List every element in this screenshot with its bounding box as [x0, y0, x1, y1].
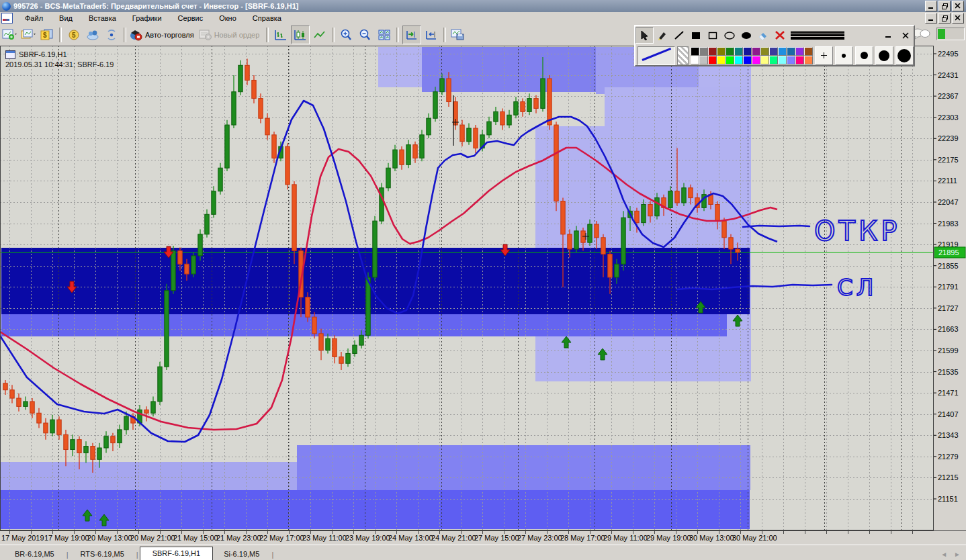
- tile-windows-button[interactable]: [376, 26, 393, 44]
- color-swatch-20[interactable]: [734, 56, 743, 64]
- delete-all-button[interactable]: [771, 28, 788, 43]
- bars-chart-button[interactable]: [272, 26, 290, 44]
- ellipse-tool-button[interactable]: [721, 28, 738, 43]
- chart-canvas[interactable]: ОТКРСЛ2249522431223672230322239221752211…: [0, 46, 966, 530]
- candle-body: [286, 146, 290, 185]
- menu-item-7[interactable]: Справка: [245, 13, 290, 24]
- marker-tool-button[interactable]: [654, 28, 670, 43]
- profiles-button[interactable]: [19, 26, 37, 44]
- close-button[interactable]: [952, 1, 964, 11]
- eraser-tool-button[interactable]: [754, 28, 771, 43]
- color-swatch-18[interactable]: [717, 56, 726, 64]
- chart-tab-rts-6-19-m5[interactable]: RTS-6.19,M5: [70, 548, 135, 560]
- pointer-tool-button[interactable]: [635, 27, 654, 44]
- transparent-color-swatch[interactable]: [677, 46, 688, 65]
- menu-item-5[interactable]: Сервис: [170, 13, 212, 24]
- candle-body: [212, 191, 216, 215]
- chart-tab-sbrf-6-19-h1[interactable]: SBRF-6.19,H1: [140, 547, 214, 560]
- market-watch-button[interactable]: $: [38, 26, 56, 44]
- candle-body: [500, 111, 504, 125]
- community-button[interactable]: [84, 26, 101, 44]
- templates-button[interactable]: [449, 26, 467, 44]
- line-width-selector[interactable]: [788, 30, 847, 42]
- line-chart-button[interactable]: [311, 26, 328, 44]
- menu-item-1[interactable]: Файл: [17, 13, 51, 24]
- candle-body: [554, 125, 558, 201]
- restore-button[interactable]: [938, 1, 951, 11]
- panel-minimize-button[interactable]: [880, 28, 897, 43]
- new-chart-button[interactable]: [1, 26, 18, 44]
- minimize-button[interactable]: [925, 1, 937, 11]
- svg-text:5: 5: [72, 32, 76, 39]
- autoscroll-button[interactable]: [402, 26, 421, 44]
- brush-size-1[interactable]: [815, 46, 833, 65]
- mql5-button[interactable]: 5: [65, 26, 83, 44]
- chart-area[interactable]: ОТКРСЛ2249522431223672230322239221752211…: [0, 46, 966, 530]
- candle-body: [205, 214, 209, 234]
- menu-item-2[interactable]: Вид: [51, 13, 81, 24]
- color-swatch-1[interactable]: [691, 47, 699, 56]
- candles-chart-button[interactable]: [291, 26, 310, 44]
- color-swatch-14[interactable]: [804, 47, 813, 56]
- color-swatch-9[interactable]: [760, 47, 769, 56]
- color-swatch-7[interactable]: [743, 47, 752, 56]
- brush-size-4[interactable]: [875, 46, 893, 65]
- autotrade-button[interactable]: Авто-торговля: [129, 29, 198, 41]
- brush-size-3[interactable]: [855, 46, 873, 65]
- color-swatch-2[interactable]: [699, 47, 708, 56]
- title-bar[interactable]: 995726 - BCS-MetaTrader5: Предварительны…: [0, 0, 966, 12]
- candle-body: [91, 447, 95, 460]
- brush-size-5[interactable]: [895, 46, 914, 65]
- color-swatch-19[interactable]: [726, 56, 734, 64]
- color-palette[interactable]: [691, 47, 813, 64]
- color-swatch-11[interactable]: [778, 47, 787, 56]
- color-swatch-16[interactable]: [699, 56, 708, 64]
- line-tool-button[interactable]: [670, 28, 687, 43]
- color-swatch-12[interactable]: [787, 47, 795, 56]
- new-order-button[interactable]: Новый ордер: [198, 29, 264, 41]
- paint-toolbar[interactable]: [634, 25, 915, 66]
- current-price-label: 21895: [938, 248, 959, 256]
- panel-close-button[interactable]: [897, 28, 914, 43]
- tab-scroll-right[interactable]: ►: [954, 551, 961, 558]
- color-swatch-26[interactable]: [787, 56, 795, 64]
- filled-ellipse-tool-button[interactable]: [738, 28, 754, 43]
- candle-body: [71, 440, 75, 450]
- color-swatch-23[interactable]: [760, 56, 769, 64]
- color-swatch-8[interactable]: [752, 47, 760, 56]
- signals-button[interactable]: [103, 26, 120, 44]
- line-style-preview[interactable]: [638, 46, 675, 65]
- color-swatch-3[interactable]: [708, 47, 717, 56]
- color-swatch-27[interactable]: [795, 56, 804, 64]
- tab-scroll-left[interactable]: ◄: [940, 551, 947, 558]
- color-swatch-28[interactable]: [804, 56, 813, 64]
- color-swatch-4[interactable]: [717, 47, 726, 56]
- filled-rect-tool-button[interactable]: [687, 28, 704, 43]
- zoom-out-button[interactable]: [357, 26, 374, 44]
- color-swatch-22[interactable]: [752, 56, 760, 64]
- color-swatch-25[interactable]: [778, 56, 787, 64]
- time-axis[interactable]: 17 May 201917 May 19:0020 May 13:0020 Ma…: [0, 530, 966, 545]
- zoom-in-button[interactable]: [338, 26, 355, 44]
- child-restore-button[interactable]: [938, 13, 951, 24]
- rect-tool-button[interactable]: [704, 28, 721, 43]
- color-swatch-5[interactable]: [726, 47, 734, 56]
- color-swatch-13[interactable]: [795, 47, 804, 56]
- chart-tab-si-6-19-m5[interactable]: Si-6.19,M5: [213, 548, 270, 560]
- menu-item-3[interactable]: Вставка: [81, 13, 124, 24]
- brush-size-2[interactable]: [835, 46, 853, 65]
- candle-body: [359, 335, 363, 345]
- color-swatch-10[interactable]: [769, 47, 778, 56]
- child-close-button[interactable]: [952, 13, 964, 24]
- color-swatch-24[interactable]: [769, 56, 778, 64]
- candle-body: [736, 249, 740, 252]
- chart-tab-br-6-19-m5[interactable]: BR-6.19,M5: [4, 548, 65, 560]
- color-swatch-21[interactable]: [743, 56, 752, 64]
- menu-item-4[interactable]: Графики: [124, 13, 170, 24]
- color-swatch-6[interactable]: [734, 47, 743, 56]
- menu-item-6[interactable]: Окно: [211, 13, 245, 24]
- chart-shift-button[interactable]: [423, 26, 440, 44]
- color-swatch-15[interactable]: [691, 56, 699, 64]
- color-swatch-17[interactable]: [708, 56, 717, 64]
- child-minimize-button[interactable]: [925, 13, 937, 24]
